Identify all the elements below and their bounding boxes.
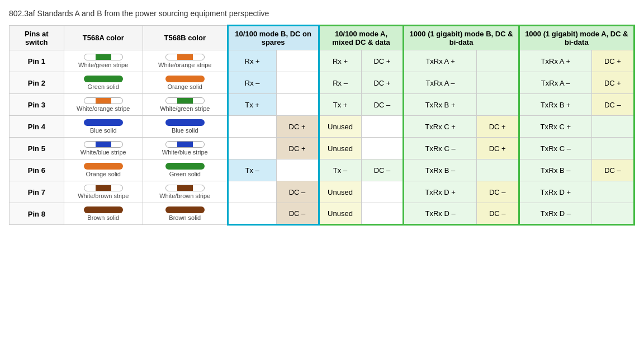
ga-bidata-cell: TxRx B + bbox=[519, 94, 591, 116]
mode-b-spare-cell bbox=[276, 159, 319, 181]
gb-dc-cell: DC + bbox=[476, 116, 519, 138]
ga-dc-cell: DC + bbox=[591, 50, 634, 72]
ga-dc-cell bbox=[591, 181, 634, 203]
pin-label: Pin 8 bbox=[10, 203, 64, 225]
gb-dc-cell bbox=[476, 94, 519, 116]
gb-bidata-cell: TxRx C – bbox=[404, 138, 476, 159]
header-t568b: T568B color bbox=[143, 26, 228, 50]
t568a-color: White/brown stripe bbox=[64, 181, 143, 203]
mode-a-dc-cell: DC + bbox=[361, 50, 404, 72]
mode-a-data-cell: Tx + bbox=[319, 94, 361, 116]
pin-label: Pin 3 bbox=[10, 94, 64, 116]
mode-a-dc-cell: DC – bbox=[361, 94, 404, 116]
mode-a-dc-cell: DC + bbox=[361, 72, 404, 94]
gb-dc-cell bbox=[476, 159, 519, 181]
pin-label: Pin 2 bbox=[10, 72, 64, 94]
gb-bidata-cell: TxRx D + bbox=[404, 181, 476, 203]
mode-a-dc-cell bbox=[361, 116, 404, 138]
t568a-color: White/blue stripe bbox=[64, 138, 143, 159]
header-mode-a: 10/100 mode A, mixed DC & data bbox=[319, 26, 404, 50]
header-gb-mode-b: 1000 (1 gigabit) mode B, DC & bi-data bbox=[404, 26, 519, 50]
pin-label: Pin 1 bbox=[10, 50, 64, 72]
ga-bidata-cell: TxRx C + bbox=[519, 116, 591, 138]
mode-a-data-cell: Unused bbox=[319, 203, 361, 225]
ga-dc-cell: DC + bbox=[591, 72, 634, 94]
t568a-color: Brown solid bbox=[64, 203, 143, 225]
mode-b-spare-cell: DC – bbox=[276, 203, 319, 225]
mode-b-data-cell bbox=[228, 181, 276, 203]
ga-dc-cell: DC – bbox=[591, 94, 634, 116]
gb-bidata-cell: TxRx D – bbox=[404, 203, 476, 225]
mode-b-spare-cell: DC – bbox=[276, 181, 319, 203]
mode-a-dc-cell bbox=[361, 203, 404, 225]
gb-dc-cell bbox=[476, 72, 519, 94]
pin-label: Pin 7 bbox=[10, 181, 64, 203]
t568a-color: White/green stripe bbox=[64, 50, 143, 72]
ga-bidata-cell: TxRx D – bbox=[519, 203, 591, 225]
t568b-color: Blue solid bbox=[143, 116, 228, 138]
t568a-color: Orange solid bbox=[64, 159, 143, 181]
t568b-color: White/blue stripe bbox=[143, 138, 228, 159]
ga-dc-cell bbox=[591, 116, 634, 138]
pin-label: Pin 4 bbox=[10, 116, 64, 138]
gb-dc-cell bbox=[476, 50, 519, 72]
mode-a-data-cell: Tx – bbox=[319, 159, 361, 181]
ga-dc-cell bbox=[591, 203, 634, 225]
ga-bidata-cell: TxRx A – bbox=[519, 72, 591, 94]
t568a-color: White/orange stripe bbox=[64, 94, 143, 116]
mode-b-spare-cell: DC + bbox=[276, 138, 319, 159]
mode-b-data-cell bbox=[228, 203, 276, 225]
ga-dc-cell: DC – bbox=[591, 159, 634, 181]
t568a-color: Green solid bbox=[64, 72, 143, 94]
header-gb-mode-a: 1000 (1 gigabit) mode A, DC & bi-data bbox=[519, 26, 634, 50]
mode-a-data-cell: Rx + bbox=[319, 50, 361, 72]
t568b-color: Orange solid bbox=[143, 72, 228, 94]
gb-bidata-cell: TxRx B – bbox=[404, 159, 476, 181]
t568b-color: White/orange stripe bbox=[143, 50, 228, 72]
t568a-color: Blue solid bbox=[64, 116, 143, 138]
ga-bidata-cell: TxRx C – bbox=[519, 138, 591, 159]
t568b-color: Green solid bbox=[143, 159, 228, 181]
mode-a-data-cell: Unused bbox=[319, 116, 361, 138]
mode-a-dc-cell bbox=[361, 181, 404, 203]
t568b-color: White/brown stripe bbox=[143, 181, 228, 203]
gb-dc-cell: DC – bbox=[476, 203, 519, 225]
t568b-color: Brown solid bbox=[143, 203, 228, 225]
mode-a-dc-cell: DC – bbox=[361, 159, 404, 181]
mode-a-data-cell: Rx – bbox=[319, 72, 361, 94]
header-mode-b: 10/100 mode B, DC on spares bbox=[228, 26, 319, 50]
ga-bidata-cell: TxRx A + bbox=[519, 50, 591, 72]
ga-dc-cell bbox=[591, 138, 634, 159]
mode-b-data-cell: Tx – bbox=[228, 159, 276, 181]
mode-b-spare-cell bbox=[276, 72, 319, 94]
ga-bidata-cell: TxRx B – bbox=[519, 159, 591, 181]
ga-bidata-cell: TxRx D + bbox=[519, 181, 591, 203]
mode-b-spare-cell bbox=[276, 94, 319, 116]
mode-b-data-cell bbox=[228, 116, 276, 138]
gb-bidata-cell: TxRx A – bbox=[404, 72, 476, 94]
mode-a-dc-cell bbox=[361, 138, 404, 159]
gb-dc-cell: DC + bbox=[476, 138, 519, 159]
mode-b-data-cell: Rx – bbox=[228, 72, 276, 94]
header-pins: Pins at switch bbox=[10, 26, 64, 50]
mode-b-data-cell bbox=[228, 138, 276, 159]
mode-a-data-cell: Unused bbox=[319, 181, 361, 203]
pin-label: Pin 6 bbox=[10, 159, 64, 181]
mode-b-data-cell: Tx + bbox=[228, 94, 276, 116]
pin-label: Pin 5 bbox=[10, 138, 64, 159]
gb-bidata-cell: TxRx A + bbox=[404, 50, 476, 72]
gb-dc-cell: DC – bbox=[476, 181, 519, 203]
mode-b-spare-cell: DC + bbox=[276, 116, 319, 138]
t568b-color: White/green stripe bbox=[143, 94, 228, 116]
mode-a-data-cell: Unused bbox=[319, 138, 361, 159]
mode-b-data-cell: Rx + bbox=[228, 50, 276, 72]
page-title: 802.3af Standards A and B from the power… bbox=[9, 9, 635, 18]
gb-bidata-cell: TxRx B + bbox=[404, 94, 476, 116]
standards-table: Pins at switch T568A color T568B color 1… bbox=[9, 25, 635, 226]
gb-bidata-cell: TxRx C + bbox=[404, 116, 476, 138]
mode-b-spare-cell bbox=[276, 50, 319, 72]
header-t568a: T568A color bbox=[64, 26, 143, 50]
